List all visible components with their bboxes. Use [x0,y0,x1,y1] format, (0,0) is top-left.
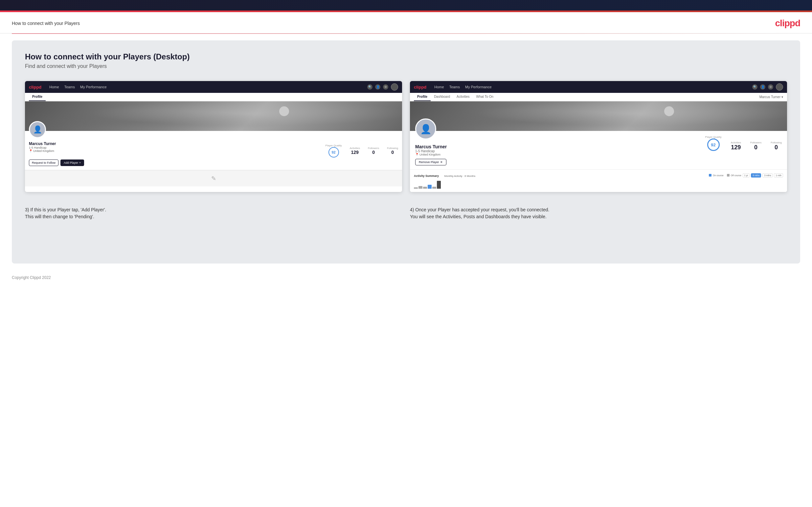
search-icon-right[interactable]: 🔍 [752,84,757,90]
hero-circle-right [664,106,674,116]
section-title: How to connect with your Players (Deskto… [25,52,787,61]
settings-icon-right[interactable]: ⚙ [768,84,773,90]
activity-title: Activity Summary [414,174,439,177]
avatar-right[interactable] [776,83,783,91]
bar-3 [423,187,427,189]
activity-title-group: Activity Summary Monthly Activity · 6 Mo… [414,172,475,178]
app-nav-left: clippd Home Teams My Performance 🔍 👤 ⚙ [25,81,402,93]
on-course-legend [709,174,711,177]
request-follow-button[interactable]: Request to Follow [29,160,58,166]
screenshot-right: clippd Home Teams My Performance 🔍 👤 ⚙ P… [410,81,787,192]
quality-label-right: Player Quality [705,135,722,138]
stat-quality-left: Player Quality 92 [325,144,342,158]
search-icon-left[interactable]: 🔍 [367,84,372,90]
app-nav-icons-right: 🔍 👤 ⚙ [752,83,783,91]
page-header: How to connect with your Players clippd [0,12,812,34]
bar-6 [437,181,441,189]
remove-player-button[interactable]: Remove Player ✕ [415,159,446,165]
off-course-label: Off course [731,174,742,177]
activity-filters: On course Off course 1 yr 6 mths 3 mths … [709,173,783,177]
avatar-wrap-right: 👤 [415,118,436,139]
activity-summary: Activity Summary Monthly Activity · 6 Mo… [410,169,787,192]
screenshot-bottom-left: ✎ [25,170,402,186]
tab-what-to-on-right[interactable]: What To On [473,93,497,101]
activity-header: Activity Summary Monthly Activity · 6 Mo… [414,172,783,178]
avatar-left[interactable] [391,83,398,91]
clippd-logo: clippd [775,18,800,29]
stat-following-left: Following 0 [387,147,398,155]
header-divider [12,34,800,34]
player-dropdown[interactable]: Marcus Turner ▾ [759,93,783,101]
nav-performance-right[interactable]: My Performance [465,85,492,89]
activity-bar-chart [414,180,783,189]
nav-home-right[interactable]: Home [434,85,444,89]
nav-performance-left[interactable]: My Performance [80,85,107,89]
profile-name-section-left: Marcus Turner 1-5 Handicap 📍 United King… [29,133,398,166]
app-tabs-left: Profile [25,93,402,101]
avatar-icon-left: 👤 [33,125,42,134]
following-label-right: Following [771,141,782,144]
profile-hero-bg-right [410,101,787,131]
add-player-button[interactable]: Add Player + [60,160,84,166]
activity-period: Monthly Activity · 6 Months [444,175,475,177]
settings-icon-left[interactable]: ⚙ [383,84,388,90]
followers-label-right: Followers [750,141,761,144]
nav-home-left[interactable]: Home [49,85,59,89]
tab-dashboard-right[interactable]: Dashboard [430,93,453,101]
tab-profile-left[interactable]: Profile [29,93,46,101]
on-course-label: On course [713,174,723,177]
scroll-icon-left: ✎ [211,175,216,182]
main-content: How to connect with your Players (Deskto… [12,40,800,264]
filter-6mths[interactable]: 6 mths [751,173,761,177]
stat-followers-right: Followers 0 [750,141,761,151]
captions-row: 3) If this is your Player tap, 'Add Play… [25,201,787,223]
stats-row-right: Player Quality 92 Activities 129 Followe… [705,134,782,151]
breadcrumb: How to connect with your Players [12,21,80,26]
followers-value-left: 0 [368,150,379,155]
tab-activities-right[interactable]: Activities [453,93,473,101]
nav-teams-right[interactable]: Teams [449,85,460,89]
filter-1yr[interactable]: 1 yr [743,173,750,177]
activities-value-left: 129 [350,150,360,155]
caption-left: 3) If this is your Player tap, 'Add Play… [25,201,402,223]
tab-profile-right[interactable]: Profile [414,93,430,101]
user-icon-right[interactable]: 👤 [760,84,765,90]
bar-4 [428,185,432,189]
screenshots-row: clippd Home Teams My Performance 🔍 👤 ⚙ P… [25,81,787,192]
bar-1 [414,187,418,189]
player-name-left: Marcus Turner [29,142,56,146]
activities-label-right: Activities [730,141,741,144]
avatar-wrap-left: 👤 [29,121,46,138]
caption-right: 4) Once your Player has accepted your re… [410,201,787,223]
profile-info-left: 👤 Marcus Turner 1-5 Handicap 📍 United Ki… [25,131,402,170]
filter-1mth[interactable]: 1 mth [774,173,783,177]
location-left: 📍 United Kingdom [29,149,56,153]
handicap-left: 1-5 Handicap [29,146,56,149]
stat-followers-left: Followers 0 [368,147,379,155]
copyright: Copyright Clippd 2022 [12,275,51,280]
stats-row-left: Player Quality 92 Activities 129 Followe [325,144,398,158]
handicap-right: 1-5 Handicap [415,149,447,153]
page-footer: Copyright Clippd 2022 [0,270,812,285]
followers-value-right: 0 [750,144,761,151]
following-value-right: 0 [771,144,782,151]
location-pin-icon-right: 📍 [415,153,419,156]
app-nav-right: clippd Home Teams My Performance 🔍 👤 ⚙ [410,81,787,93]
nav-teams-left[interactable]: Teams [64,85,75,89]
close-icon: ✕ [440,161,443,164]
plus-icon: + [79,161,81,164]
bar-2 [418,186,422,189]
app-nav-icons-left: 🔍 👤 ⚙ [367,83,398,91]
app-nav-logo-left: clippd [29,84,41,90]
app-nav-logo-right: clippd [414,84,426,90]
user-icon-left[interactable]: 👤 [375,84,380,90]
following-value-left: 0 [387,150,398,155]
profile-hero-right [410,101,787,131]
profile-actions-left: Request to Follow Add Player + [29,160,398,166]
profile-hero-bg-left [25,101,402,131]
profile-info-right: 👤 Marcus Turner 1-5 Handicap 📍 United Ki… [410,131,787,169]
filter-3mths[interactable]: 3 mths [762,173,773,177]
screenshot-left: clippd Home Teams My Performance 🔍 👤 ⚙ P… [25,81,402,192]
avatar-icon-right: 👤 [420,124,432,134]
off-course-legend [727,174,729,177]
